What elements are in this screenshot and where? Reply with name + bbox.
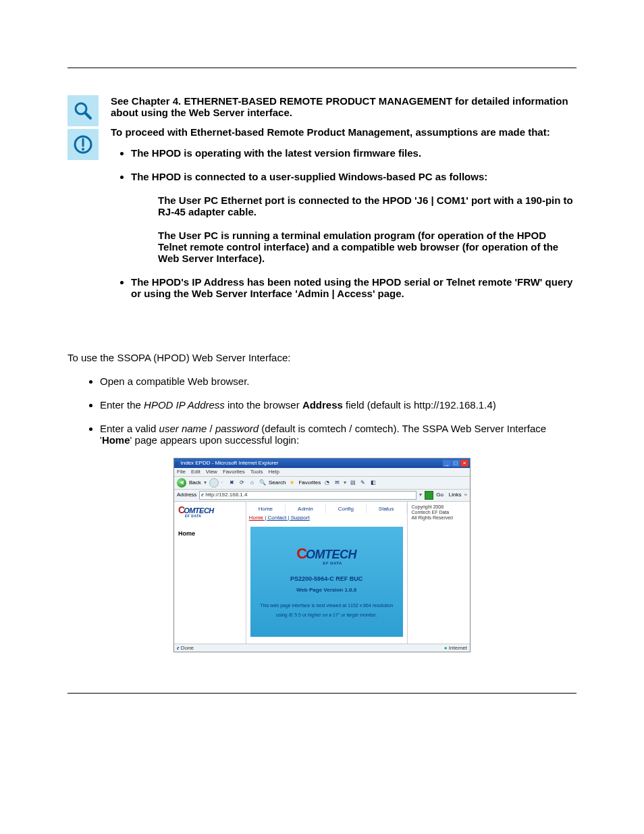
panel-line2: Web Page Version 1.0.0 xyxy=(296,587,356,594)
links-label[interactable]: Links xyxy=(449,492,462,498)
subnav-rest[interactable]: | Contact | Support xyxy=(263,515,310,521)
logo-sub: EF DATA xyxy=(185,514,242,518)
main-column: Home Admin Config Status Home | Contact … xyxy=(246,502,407,644)
back-icon[interactable]: ◄ xyxy=(177,478,186,488)
s2-post: field (default is http://192.168.1.4) xyxy=(343,399,496,411)
address-input[interactable]: e http://192.168.1.4 xyxy=(199,491,417,500)
subnav-home[interactable]: Home xyxy=(249,515,263,521)
menu-file[interactable]: File xyxy=(177,469,186,475)
stop-icon[interactable]: ✖ xyxy=(228,479,236,486)
logo-large-sub: EF DATA xyxy=(308,561,356,566)
sidebar: COMTECH EF DATA Home xyxy=(174,502,246,644)
step-1: Open a compatible Web browser. xyxy=(100,375,576,387)
sub-nav: Home | Contact | Support xyxy=(246,513,407,523)
go-icon[interactable] xyxy=(425,491,433,500)
top-rule xyxy=(68,68,576,68)
document-page: See Chapter 4. ETHERNET-BASED REMOTE PRO… xyxy=(0,0,644,834)
note-sub-2: The User PC is running a terminal emulat… xyxy=(158,230,576,264)
tab-home[interactable]: Home xyxy=(246,504,286,514)
home-panel: COMTECH EF DATA PS2200-5964-C REF BUC We… xyxy=(250,527,403,637)
body-text: To use the SSOPA (HPOD) Web Server Inter… xyxy=(68,352,576,446)
titlebar: e Index EPDD - Microsoft Internet Explor… xyxy=(174,459,470,468)
logo-text: OMTECH xyxy=(184,506,214,515)
s2-pre: Enter the xyxy=(100,399,144,411)
note-bullet-3: The HPOD's IP Address has been noted usi… xyxy=(131,276,576,299)
favorites-label[interactable]: Favorites xyxy=(298,479,321,486)
links-chevron-icon[interactable]: » xyxy=(464,492,467,498)
tab-status[interactable]: Status xyxy=(367,504,407,514)
note-bullet-1: The HPOD is operating with the latest ve… xyxy=(131,147,576,159)
window-buttons: _ □ × xyxy=(443,460,468,467)
statusbar: e Done ● Internet xyxy=(174,644,470,652)
copyright-3: All Rights Reserved xyxy=(412,515,466,521)
panel-small1: This web page interface is best viewed a… xyxy=(260,603,393,608)
search-icon[interactable]: 🔍 xyxy=(259,479,266,486)
close-icon[interactable]: × xyxy=(460,460,468,467)
tab-row: Home Admin Config Status xyxy=(246,502,407,514)
sidebar-home-label: Home xyxy=(178,530,242,538)
s3-ital2: password xyxy=(215,423,259,434)
address-bar: Address e http://192.168.1.4 ▾ Go Links … xyxy=(174,490,470,502)
body-steps: Open a compatible Web browser. Enter the… xyxy=(68,375,576,446)
print-icon[interactable]: ▤ xyxy=(349,479,356,486)
minimize-icon[interactable]: _ xyxy=(443,460,451,467)
search-label[interactable]: Search xyxy=(269,479,286,486)
menu-help[interactable]: Help xyxy=(268,469,279,475)
right-column: Copyright 2008 Comtech EF Data All Right… xyxy=(407,502,470,644)
back-dropdown-icon[interactable]: ▾ xyxy=(204,479,207,486)
go-label[interactable]: Go xyxy=(436,492,444,498)
maximize-icon[interactable]: □ xyxy=(452,460,460,467)
menu-favorites[interactable]: Favorites xyxy=(223,469,245,475)
menu-tools[interactable]: Tools xyxy=(250,469,263,475)
note-sub: The User PC Ethernet port is connected t… xyxy=(158,194,576,264)
back-label[interactable]: Back xyxy=(189,479,201,486)
note-text: See Chapter 4. ETHERNET-BASED REMOTE PRO… xyxy=(111,95,576,311)
logo-large-text: OMTECH xyxy=(306,548,356,561)
internet-zone-icon: ● xyxy=(444,645,448,651)
ie-icon: e xyxy=(176,459,178,467)
tab-config[interactable]: Config xyxy=(326,504,367,514)
copyright-2: Comtech EF Data xyxy=(412,510,466,515)
address-dropdown-icon[interactable]: ▾ xyxy=(419,492,422,498)
info-icon xyxy=(68,129,99,160)
s3-ital1: user name xyxy=(159,423,207,434)
history-icon[interactable]: ◔ xyxy=(323,479,331,486)
forward-icon[interactable] xyxy=(209,478,219,488)
content-area: COMTECH EF DATA Home Home Admin Config S… xyxy=(174,502,470,644)
note-line2: To proceed with Ethernet-based Remote Pr… xyxy=(111,126,576,138)
address-value: http://192.168.1.4 xyxy=(205,492,247,498)
mail-dropdown-icon[interactable]: ▾ xyxy=(344,479,346,486)
note-sub-1: The User PC Ethernet port is connected t… xyxy=(158,194,576,217)
magnify-icon xyxy=(68,95,99,126)
mail-icon[interactable]: ✉ xyxy=(333,479,341,486)
home-icon[interactable]: ⌂ xyxy=(248,479,256,486)
tab-admin[interactable]: Admin xyxy=(286,504,326,514)
edit-icon[interactable]: ✎ xyxy=(359,479,367,486)
favorites-icon[interactable]: ★ xyxy=(288,479,296,486)
s2-bold: Address xyxy=(302,399,343,411)
menu-view[interactable]: View xyxy=(206,469,217,475)
body-intro: To use the SSOPA (HPOD) Web Server Inter… xyxy=(68,352,576,363)
address-label: Address xyxy=(177,492,196,498)
s2-mid: into the browser xyxy=(225,399,302,411)
note-icons xyxy=(68,95,99,160)
note-bullets: The HPOD is operating with the latest ve… xyxy=(111,147,576,299)
menu-edit[interactable]: Edit xyxy=(191,469,200,475)
s3-pre: Enter a valid xyxy=(100,423,159,434)
s3-bold: Home xyxy=(102,434,130,446)
logo-small: COMTECH EF DATA xyxy=(178,504,242,519)
note-line1: See Chapter 4. ETHERNET-BASED REMOTE PRO… xyxy=(111,95,576,118)
s2-ital: HPOD IP Address xyxy=(144,399,225,411)
copyright-1: Copyright 2008 xyxy=(412,504,466,510)
step-2: Enter the HPOD IP Address into the brows… xyxy=(100,399,576,411)
menubar: File Edit View Favorites Tools Help xyxy=(174,468,470,477)
browser-screenshot: e Index EPDD - Microsoft Internet Explor… xyxy=(173,458,471,652)
step-3: Enter a valid user name / password (defa… xyxy=(100,423,576,446)
logo-large: COMTECH EF DATA xyxy=(296,545,356,567)
discuss-icon[interactable]: ◧ xyxy=(369,479,377,486)
window-title: Index EPDD - Microsoft Internet Explorer xyxy=(180,460,278,467)
toolbar: ◄ Back ▾ · ✖ ⟳ ⌂ 🔍 Search ★ Favorites ◔ … xyxy=(174,477,470,490)
refresh-icon[interactable]: ⟳ xyxy=(238,479,246,486)
bottom-rule xyxy=(68,693,576,694)
panel-line1: PS2200-5964-C REF BUC xyxy=(290,575,363,583)
